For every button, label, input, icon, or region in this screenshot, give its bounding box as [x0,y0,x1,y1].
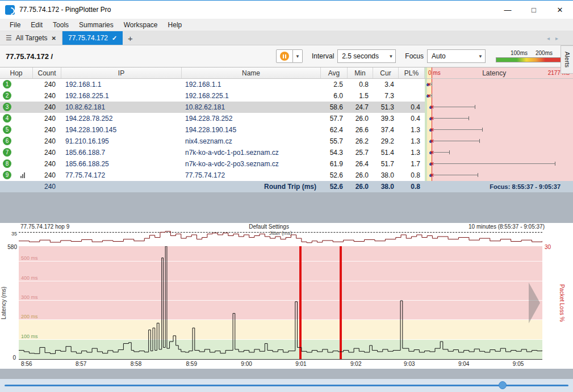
new-tab-button[interactable]: + [123,31,137,45]
cur-cell: 3.4 [373,79,399,90]
pause-dropdown-button[interactable]: ▼ [293,49,303,63]
column-header-name[interactable]: Name [182,68,321,78]
jitter-plot-area[interactable]: Jitter (ms) [19,231,542,246]
count-cell: 240 [33,102,61,113]
table-row-hop-5[interactable]: 5240194.228.190.145194.228.190.14562.426… [0,124,573,136]
alerts-side-tab[interactable]: Alerts [561,45,573,74]
ip-cell: 194.228.78.252 [61,113,182,124]
menu-tools[interactable]: Tools [48,20,74,30]
menu-help[interactable]: Help [163,20,187,30]
legend-100ms-label: 100ms [511,50,528,56]
hop-number-badge: 8 [3,159,11,168]
tab-target-active[interactable]: 77.75.74.172 ✓ [62,31,123,45]
hop-number-badge: 2 [3,91,11,100]
tab-scroll-left-icon[interactable]: ◂ [547,35,550,41]
table-row-hop-9[interactable]: 924077.75.74.17277.75.74.17252.626.038.0… [0,170,573,181]
table-row-hop-3[interactable]: 324010.82.62.18110.82.62.18158.624.751.3… [0,102,573,113]
column-header-hop[interactable]: Hop [0,68,33,78]
tab-close-icon[interactable]: ✕ [52,35,56,41]
interval-value: 2.5 seconds [342,52,388,60]
column-header-min[interactable]: Min [348,68,373,78]
menu-summaries[interactable]: Summaries [74,20,119,30]
name-cell: n7k-ko-a-vdc-1-po1.seznam.cz [182,147,321,158]
latency-range-bar [432,175,478,175]
focus-select[interactable]: Auto ▼ [427,49,486,63]
pl-cell: 0.4 [399,113,425,124]
count-cell: 240 [33,170,61,181]
time-tick-label: 8:59 [186,361,197,367]
pl-cell: 1.3 [399,124,425,136]
time-tick-label: 9:03 [404,361,415,367]
time-tick-label: 9:01 [295,361,306,367]
cur-cell: 51.7 [373,158,399,170]
min-cell: 1.5 [348,90,373,102]
avg-cell: 58.6 [321,102,348,113]
pause-button[interactable] [276,49,293,63]
close-button[interactable]: ✕ [547,1,573,19]
tab-all-targets[interactable]: ☰ All Targets ✕ [0,31,62,45]
splitter-area[interactable] [0,192,573,223]
column-header-ip[interactable]: IP [61,68,182,78]
latency-range-bar [432,141,480,141]
menu-file[interactable]: File [5,20,26,30]
name-cell: 194.228.78.252 [182,113,321,124]
cur-cell: 51.3 [373,102,399,113]
min-cell: 26.0 [348,113,373,124]
menu-workspace[interactable]: Workspace [119,20,163,30]
column-header-cur[interactable]: Cur [373,68,399,78]
hop-number-badge: 6 [3,137,11,145]
menubar: File Edit Tools Summaries Workspace Help [0,19,573,31]
column-header-latency[interactable]: 0 ms Latency 2177 ms [425,68,573,78]
cur-cell: 37.4 [373,124,399,136]
min-cell: 26.4 [348,158,373,170]
avg-cell: 6.0 [321,90,348,102]
scrollbar-thumb[interactable] [499,381,507,389]
minimize-button[interactable]: — [495,1,521,19]
avg-cell: 62.4 [321,124,348,136]
hop-cell: 3 [0,102,33,113]
latency-marker-icon: ✕ [429,158,436,170]
round-trip-summary-row[interactable]: 240 Round Trip (ms) 52.6 26.0 38.0 0.8 F… [0,181,573,192]
scroll-forward-chevron-icon[interactable] [529,283,540,323]
window-controls: — □ ✕ [495,1,573,19]
count-cell: 240 [33,79,61,90]
window-title: 77.75.74.172 - PingPlotter Pro [19,6,111,14]
tab-scroll-right-icon[interactable]: ▸ [555,35,558,41]
pl-cell: 0.8 [399,170,425,181]
time-tick-label: 9:05 [513,361,524,367]
table-row-hop-8[interactable]: 8240185.66.188.25n7k-ko-a-vdc-2-po3.sezn… [0,158,573,170]
pl-cell: 1.7 [399,158,425,170]
pause-control: ▼ [276,49,303,63]
avg-cell: 2.5 [321,79,348,90]
focus-range-label: Focus: 8:55:37 - 9:05:37 [425,181,573,192]
scrollbar-track[interactable] [5,385,568,386]
table-row-hop-1[interactable]: 1240192.168.1.1192.168.1.12.50.83.4✕ [0,79,573,90]
maximize-button[interactable]: □ [521,1,547,19]
timeline-range-label[interactable]: 10 minutes (8:55:37 - 9:05:37) [469,224,545,231]
table-row-hop-7[interactable]: 7240185.66.188.7n7k-ko-a-vdc-1-po1.sezna… [0,147,573,158]
table-row-hop-6[interactable]: 624091.210.16.195nix4.seznam.cz55.726.22… [0,136,573,147]
table-row-hop-4[interactable]: 4240194.228.78.252194.228.78.25257.726.0… [0,113,573,124]
menu-edit[interactable]: Edit [26,20,48,30]
interval-select[interactable]: 2.5 seconds ▼ [337,49,396,63]
interval-label: Interval [312,52,334,60]
summary-cur: 38.0 [373,181,399,192]
latency-marker-icon: ✕ [426,90,433,102]
avg-cell: 57.7 [321,113,348,124]
latency-plot-area[interactable]: 100 ms200 ms300 ms400 ms500 ms [19,246,542,360]
jitter-graph: 35 Jitter (ms) [0,231,573,246]
column-header-pl[interactable]: PL% [399,68,425,78]
timeline-header: 77.75.74.172 hop 9 Default Settings 10 m… [0,223,573,231]
column-header-avg[interactable]: Avg [321,68,348,78]
y2-axis-max-label: 30 [545,244,551,250]
latency-marker-icon: ✕ [429,170,436,181]
name-cell: 77.75.74.172 [182,170,321,181]
latency-color-legend: 100ms 200ms [496,50,565,62]
hop-cell: 6 [0,136,33,147]
pl-cell: 0.4 [399,102,425,113]
avg-cell: 61.9 [321,158,348,170]
min-cell: 25.7 [348,147,373,158]
table-row-hop-2[interactable]: 2240192.168.225.1192.168.225.16.01.57.3✕ [0,90,573,102]
column-header-count[interactable]: Count [33,68,61,78]
count-cell: 240 [33,136,61,147]
